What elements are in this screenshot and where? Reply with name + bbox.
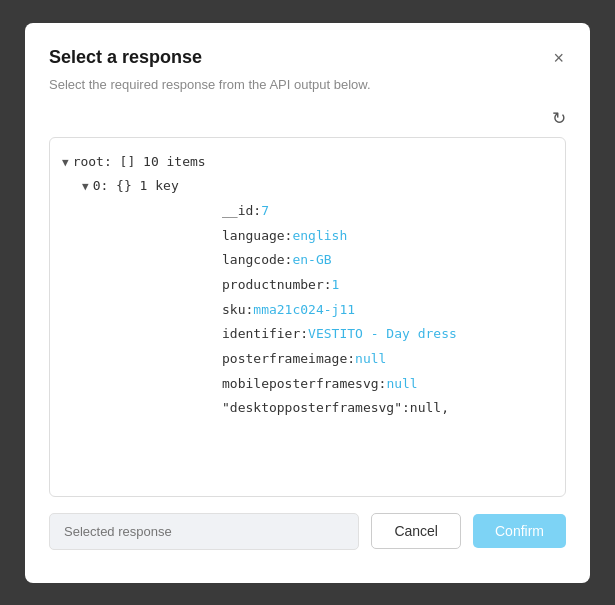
json-field-row: identifier: VESTITO - Day dress bbox=[62, 322, 553, 347]
item0-toggle[interactable]: ▼ bbox=[82, 177, 89, 198]
json-field-key: langcode: bbox=[222, 248, 292, 273]
modal: Select a response × Select the required … bbox=[25, 23, 590, 583]
json-field-row: sku: mma21c024-j11 bbox=[62, 298, 553, 323]
json-field-key: productnumber: bbox=[222, 273, 332, 298]
close-icon: × bbox=[553, 48, 564, 68]
json-field-key: sku: bbox=[222, 298, 253, 323]
modal-overlay: Select a response × Select the required … bbox=[0, 0, 615, 605]
cancel-label: Cancel bbox=[394, 523, 438, 539]
refresh-icon: ↻ bbox=[552, 108, 566, 129]
json-field-key: mobileposterframesvg: bbox=[222, 372, 386, 397]
footer: Cancel Confirm bbox=[49, 513, 566, 550]
json-field-value[interactable]: en-GB bbox=[292, 248, 331, 273]
json-field-key: "desktopposterframesvg": bbox=[222, 396, 410, 421]
root-label: root: [] 10 items bbox=[73, 150, 206, 175]
confirm-label: Confirm bbox=[495, 523, 544, 539]
json-field-value[interactable]: null bbox=[355, 347, 386, 372]
json-field-value[interactable]: english bbox=[292, 224, 347, 249]
item0-label: 0: {} 1 key bbox=[93, 174, 179, 199]
json-field-row: language: english bbox=[62, 224, 553, 249]
json-field-value[interactable]: null bbox=[386, 372, 417, 397]
json-viewer[interactable]: ▼ root: [] 10 items ▼ 0: {} 1 key __id: … bbox=[49, 137, 566, 497]
json-field-value[interactable]: 7 bbox=[261, 199, 269, 224]
modal-title: Select a response bbox=[49, 47, 202, 68]
json-field-value[interactable]: null, bbox=[410, 396, 449, 421]
json-field-key: language: bbox=[222, 224, 292, 249]
json-fields: __id: 7language: englishlangcode: en-GBp… bbox=[62, 199, 553, 421]
modal-subtitle: Select the required response from the AP… bbox=[49, 77, 566, 92]
root-toggle[interactable]: ▼ bbox=[62, 153, 69, 174]
root-row: ▼ root: [] 10 items bbox=[62, 150, 553, 175]
json-field-row: __id: 7 bbox=[62, 199, 553, 224]
close-button[interactable]: × bbox=[551, 47, 566, 69]
json-field-value[interactable]: 1 bbox=[332, 273, 340, 298]
json-field-key: posterframeimage: bbox=[222, 347, 355, 372]
refresh-area: ↻ bbox=[49, 108, 566, 129]
selected-response-input[interactable] bbox=[49, 513, 359, 550]
json-field-value[interactable]: mma21c024-j11 bbox=[253, 298, 355, 323]
json-field-row: mobileposterframesvg: null bbox=[62, 372, 553, 397]
modal-header: Select a response × bbox=[49, 47, 566, 69]
refresh-button[interactable]: ↻ bbox=[552, 108, 566, 129]
item0-row: ▼ 0: {} 1 key bbox=[62, 174, 553, 199]
json-field-row: productnumber: 1 bbox=[62, 273, 553, 298]
json-field-key: identifier: bbox=[222, 322, 308, 347]
json-field-row: posterframeimage: null bbox=[62, 347, 553, 372]
confirm-button[interactable]: Confirm bbox=[473, 514, 566, 548]
cancel-button[interactable]: Cancel bbox=[371, 513, 461, 549]
json-field-value[interactable]: VESTITO - Day dress bbox=[308, 322, 457, 347]
json-field-row: "desktopposterframesvg": null, bbox=[62, 396, 553, 421]
json-field-row: langcode: en-GB bbox=[62, 248, 553, 273]
json-field-key: __id: bbox=[222, 199, 261, 224]
